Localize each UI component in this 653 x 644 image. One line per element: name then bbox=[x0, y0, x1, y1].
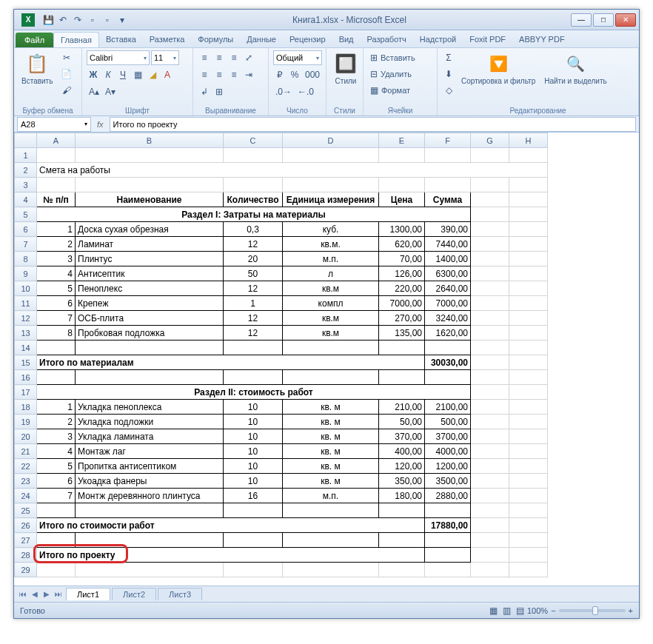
cell[interactable] bbox=[37, 533, 76, 548]
cell[interactable]: 50,00 bbox=[379, 415, 425, 429]
column-header[interactable]: D bbox=[283, 133, 379, 148]
find-select-button[interactable]: 🔍Найти и выделить bbox=[541, 50, 609, 87]
column-header[interactable]: A bbox=[37, 133, 76, 148]
cell[interactable] bbox=[379, 563, 425, 577]
cell[interactable] bbox=[471, 207, 509, 222]
cell[interactable]: Смета на работы bbox=[37, 163, 548, 178]
prev-sheet-icon[interactable]: ◀ bbox=[29, 588, 41, 600]
formula-bar[interactable]: Итого по проекту bbox=[110, 117, 636, 132]
cell[interactable]: 370,00 bbox=[379, 429, 425, 444]
cell[interactable]: 7440,00 bbox=[425, 237, 471, 252]
cell[interactable]: 2 bbox=[37, 237, 76, 252]
cell[interactable] bbox=[471, 400, 509, 415]
insert-cells-button[interactable]: ⊞ Вставить bbox=[368, 50, 435, 65]
column-header[interactable]: B bbox=[76, 133, 224, 148]
cell[interactable]: 2880,00 bbox=[425, 489, 471, 503]
align-right-icon[interactable]: ≡ bbox=[227, 67, 241, 82]
row-header[interactable]: 11 bbox=[15, 296, 37, 311]
qat-icon[interactable]: ▫ bbox=[87, 14, 98, 26]
cell[interactable] bbox=[471, 415, 509, 429]
row-header[interactable]: 15 bbox=[15, 355, 37, 370]
cell[interactable]: л bbox=[283, 266, 379, 281]
fill-icon[interactable]: ⬇ bbox=[442, 67, 455, 81]
font-size-combo[interactable]: 11▾ bbox=[151, 50, 179, 65]
cell[interactable] bbox=[425, 341, 471, 355]
column-header[interactable]: C bbox=[224, 133, 283, 148]
cell[interactable]: 270,00 bbox=[379, 311, 425, 326]
cell[interactable] bbox=[283, 370, 379, 385]
cell[interactable] bbox=[76, 370, 224, 385]
row-header[interactable]: 3 bbox=[15, 178, 37, 192]
row-header[interactable]: 13 bbox=[15, 326, 37, 341]
cell[interactable]: 3240,00 bbox=[425, 311, 471, 326]
cell[interactable] bbox=[471, 192, 509, 207]
fx-icon[interactable]: fx bbox=[97, 120, 104, 129]
increase-decimal-icon[interactable]: .0→ bbox=[273, 84, 294, 99]
cell[interactable] bbox=[509, 148, 548, 163]
cell[interactable] bbox=[509, 178, 548, 192]
cell[interactable] bbox=[379, 370, 425, 385]
cell[interactable] bbox=[283, 178, 379, 192]
align-left-icon[interactable]: ≡ bbox=[198, 67, 211, 82]
cell[interactable]: 4000,00 bbox=[425, 444, 471, 459]
column-header[interactable]: E bbox=[379, 133, 425, 148]
cell[interactable]: кв. м bbox=[283, 474, 379, 489]
italic-button[interactable]: К bbox=[101, 67, 115, 82]
cell[interactable]: 1400,00 bbox=[425, 252, 471, 266]
cell[interactable] bbox=[379, 148, 425, 163]
cell[interactable] bbox=[283, 341, 379, 355]
row-header[interactable]: 21 bbox=[15, 444, 37, 459]
cell[interactable]: 6 bbox=[37, 474, 76, 489]
cell[interactable]: 7 bbox=[37, 311, 76, 326]
cell[interactable]: 12 bbox=[224, 326, 283, 341]
ribbon-tab-разметка[interactable]: Разметка bbox=[143, 32, 192, 47]
cell[interactable] bbox=[471, 178, 509, 192]
row-header[interactable]: 1 bbox=[15, 148, 37, 163]
cell[interactable]: 12 bbox=[224, 281, 283, 296]
cell[interactable] bbox=[509, 400, 548, 415]
cell[interactable] bbox=[471, 533, 509, 548]
cell[interactable]: 210,00 bbox=[379, 400, 425, 415]
font-name-combo[interactable]: Calibri▾ bbox=[87, 50, 150, 65]
cell[interactable] bbox=[471, 326, 509, 341]
indent-icon[interactable]: ⇥ bbox=[242, 67, 255, 82]
cell[interactable] bbox=[509, 252, 548, 266]
cell[interactable]: 390,00 bbox=[425, 222, 471, 237]
page-break-icon[interactable]: ▤ bbox=[514, 603, 527, 618]
cell[interactable] bbox=[471, 355, 509, 370]
row-header[interactable]: 18 bbox=[15, 400, 37, 415]
zoom-out-icon[interactable]: − bbox=[551, 606, 555, 615]
cell[interactable] bbox=[283, 563, 379, 577]
cell[interactable] bbox=[471, 518, 509, 533]
orientation-icon[interactable]: ⤢ bbox=[242, 50, 255, 65]
cell[interactable] bbox=[76, 148, 224, 163]
first-sheet-icon[interactable]: ⏮ bbox=[17, 588, 29, 600]
row-header[interactable]: 22 bbox=[15, 459, 37, 474]
cell[interactable]: кв.м bbox=[283, 326, 379, 341]
cell[interactable]: 2640,00 bbox=[425, 281, 471, 296]
cell[interactable] bbox=[471, 503, 509, 518]
cell[interactable] bbox=[471, 148, 509, 163]
row-header[interactable]: 25 bbox=[15, 503, 37, 518]
cell[interactable] bbox=[471, 459, 509, 474]
cell[interactable] bbox=[471, 474, 509, 489]
qat-dropdown-icon[interactable]: ▾ bbox=[116, 14, 128, 26]
cell[interactable]: 126,00 bbox=[379, 266, 425, 281]
cell[interactable]: Пропитка антисептиком bbox=[76, 459, 224, 474]
column-header[interactable]: H bbox=[509, 133, 548, 148]
cut-icon[interactable]: ✂ bbox=[58, 50, 74, 65]
column-header[interactable]: F bbox=[425, 133, 471, 148]
ribbon-tab-foxit pdf[interactable]: Foxit PDF bbox=[463, 32, 512, 47]
align-center-icon[interactable]: ≡ bbox=[212, 67, 226, 82]
cell[interactable] bbox=[425, 178, 471, 192]
paste-button[interactable]: 📋 Вставить bbox=[19, 50, 56, 87]
comma-icon[interactable]: 000 bbox=[303, 67, 322, 82]
cell[interactable]: м.п. bbox=[283, 489, 379, 503]
cell[interactable]: 3 bbox=[37, 429, 76, 444]
cell[interactable]: 7000,00 bbox=[425, 296, 471, 311]
name-box[interactable]: A28▾ bbox=[17, 117, 91, 132]
styles-button[interactable]: 🔲Стили bbox=[331, 50, 361, 87]
cell[interactable]: 3 bbox=[37, 252, 76, 266]
ribbon-tab-вид[interactable]: Вид bbox=[332, 32, 361, 47]
cell[interactable]: 30030,00 bbox=[425, 355, 471, 370]
